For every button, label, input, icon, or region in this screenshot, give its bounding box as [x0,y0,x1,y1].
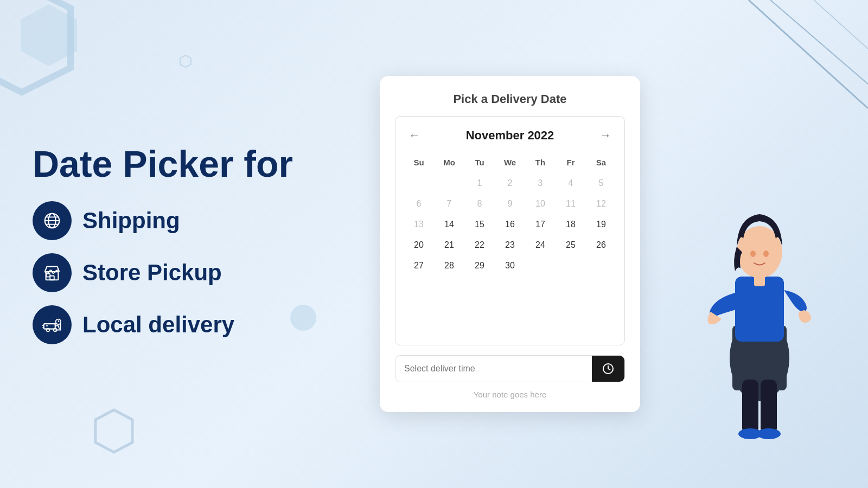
time-select-input[interactable] [395,356,592,382]
day-cell: 3 [526,174,555,193]
svg-rect-13 [50,276,54,280]
day-header-sa: Sa [586,155,616,172]
clock-icon [602,362,615,375]
calendar-header: ← November 2022 → [404,126,616,145]
svg-rect-29 [754,275,765,286]
day-cell: 2 [495,174,525,193]
day-cell-22[interactable]: 22 [465,235,494,255]
day-cell-20[interactable]: 20 [404,235,433,255]
store-icon [33,253,72,292]
feature-item-store-pickup: Store Pickup [33,253,336,292]
day-cell: 7 [435,194,464,214]
feature-list: Shipping Store Pickup [33,201,336,344]
day-cell-16[interactable]: 16 [495,215,525,234]
day-cell: 11 [556,194,585,214]
svg-point-18 [46,325,48,327]
day-cell-23[interactable]: 23 [495,235,525,255]
day-cell-empty [526,256,555,275]
day-cell-14[interactable]: 14 [435,215,464,234]
day-cell: 5 [586,174,616,193]
person-illustration [700,152,819,455]
delivery-icon [33,305,72,344]
month-year-label: November 2022 [466,129,554,143]
svg-point-35 [763,251,769,257]
feature-item-local-delivery: Local delivery [33,305,336,344]
day-cell-24[interactable]: 24 [526,235,555,255]
right-panel [684,22,835,466]
day-cell: 6 [404,194,433,214]
day-header-we: We [495,155,525,172]
day-cell: 8 [465,194,494,214]
day-cell-empty [586,256,616,275]
day-cell: 13 [404,215,433,234]
svg-line-24 [608,369,610,370]
svg-point-33 [757,428,781,439]
day-cell-29[interactable]: 29 [465,256,494,275]
next-month-button[interactable]: → [595,126,616,145]
day-cell-empty [404,174,433,193]
day-header-mo: Mo [435,155,464,172]
day-cell-27[interactable]: 27 [404,256,433,275]
day-cell-25[interactable]: 25 [556,235,585,255]
day-cell: 12 [586,194,616,214]
svg-rect-31 [761,380,777,434]
calendar-container: ← November 2022 → Su Mo Tu We Th Fr Sa [395,116,625,345]
day-header-fr: Fr [556,155,585,172]
day-cell: 10 [526,194,555,214]
center-panel: Pick a Delivery Date ← November 2022 → S… [336,76,684,412]
card-title: Pick a Delivery Date [395,92,625,106]
time-select-row [395,355,625,382]
globe-icon [33,201,72,240]
day-cell-empty [556,256,585,275]
day-cell-17[interactable]: 17 [526,215,555,234]
day-cell-empty [435,174,464,193]
day-cell-28[interactable]: 28 [435,256,464,275]
day-cell-18[interactable]: 18 [556,215,585,234]
day-header-su: Su [404,155,433,172]
svg-rect-30 [742,380,758,434]
svg-point-34 [750,251,756,257]
feature-label-shipping: Shipping [82,208,180,234]
svg-marker-2 [95,410,132,452]
feature-item-shipping: Shipping [33,201,336,240]
day-header-tu: Tu [465,155,494,172]
day-cell: 9 [495,194,525,214]
svg-rect-17 [44,324,55,329]
day-cell: 1 [465,174,494,193]
day-cell-21[interactable]: 21 [435,235,464,255]
svg-marker-1 [21,4,77,66]
page-title: Date Picker for [33,144,336,184]
calendar-grid: Su Mo Tu We Th Fr Sa 1 2 3 4 5 6 [404,155,616,275]
day-cell-30[interactable]: 30 [495,256,525,275]
day-header-th: Th [526,155,555,172]
svg-marker-3 [180,55,191,67]
day-cell-15[interactable]: 15 [465,215,494,234]
time-clock-button[interactable] [592,356,624,382]
day-cell: 4 [556,174,585,193]
feature-label-store-pickup: Store Pickup [82,260,222,286]
note-placeholder: Your note goes here [395,390,625,399]
prev-month-button[interactable]: ← [404,126,425,145]
day-cell-19[interactable]: 19 [586,215,616,234]
day-cell-26[interactable]: 26 [586,235,616,255]
feature-label-local-delivery: Local delivery [82,312,234,338]
svg-rect-14 [47,274,50,277]
calendar-card: Pick a Delivery Date ← November 2022 → S… [380,76,640,412]
